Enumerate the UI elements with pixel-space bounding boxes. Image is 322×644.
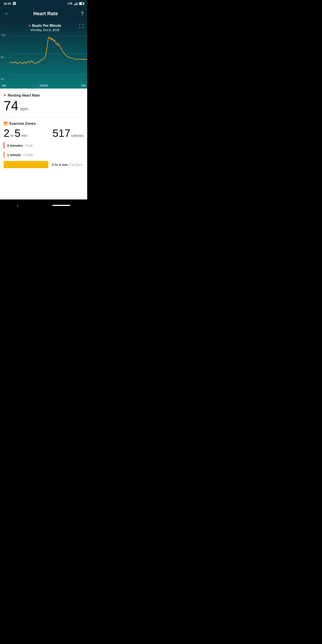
exercise-time: 2 hr 5 min [4, 128, 27, 139]
bottom-spacer [0, 173, 87, 200]
resting-title: Resting Heart Rate [8, 94, 40, 98]
resting-unit: bpm [20, 107, 28, 111]
chart-area: 123 81 40 [0, 34, 87, 83]
peak-value: 0 minutes Peak [7, 144, 33, 147]
y-min: 40 [1, 78, 5, 81]
status-bar: 10:43 🖼 LTE ⚡ [0, 0, 87, 7]
zone-fat-burn: 2 hr 4 min Fat Burn [4, 161, 84, 168]
resting-header: ♥ Resting Heart Rate [4, 93, 84, 98]
cardio-indicator [4, 152, 4, 158]
back-button[interactable]: ← [4, 10, 10, 18]
heart-rate-chart-container: ♥ Beats Per Minute Monday, Oct 8, 2018 ⛶… [0, 21, 87, 88]
exercise-title: Exercise Zones [10, 122, 36, 126]
y-max: 123 [1, 34, 5, 37]
zone-peak: 0 minutes Peak [4, 142, 84, 148]
exercise-stats-row: 2 hr 5 min 517 calories [4, 128, 84, 139]
resting-heart-icon: ♥ [4, 93, 6, 98]
exercise-hours-value: 2 [4, 128, 10, 139]
chart-title: Beats Per Minute [32, 24, 61, 28]
fat-burn-bar [4, 161, 48, 168]
resting-heart-rate-section: ♥ Resting Heart Rate 74 bpm [4, 93, 84, 117]
y-axis: 123 81 40 [1, 34, 5, 83]
chart-header: ♥ Beats Per Minute Monday, Oct 8, 2018 ⛶ [0, 24, 87, 34]
content-area: ♥ Resting Heart Rate 74 bpm Exercise Zon… [0, 88, 87, 173]
chart-title-group: ♥ Beats Per Minute Monday, Oct 8, 2018 [11, 24, 79, 32]
network-label: LTE [68, 2, 72, 5]
page-title: Heart Rate [33, 11, 58, 16]
photo-icon: 🖼 [13, 2, 16, 5]
exercise-zone-icon [4, 122, 8, 126]
calories-unit: calories [71, 134, 84, 138]
zone-cardio: 1 minute Cardio [4, 152, 84, 158]
calories-value: 517 [52, 128, 70, 139]
page-header: ← Heart Rate ? [0, 7, 87, 21]
chart-svg [10, 34, 87, 83]
resting-value-row: 74 bpm [4, 99, 84, 112]
exercise-zones-section: Exercise Zones 2 hr 5 min 517 calories 0… [4, 117, 84, 168]
peak-indicator [4, 142, 4, 148]
cardio-value: 1 minute Cardio [7, 153, 33, 157]
expand-icon[interactable]: ⛶ [79, 24, 84, 29]
exercise-minutes-value: 5 [14, 128, 20, 139]
heart-icon: ♥ [28, 24, 31, 28]
zones-list: 0 minutes Peak 1 minute Cardio 2 hr 4 mi… [4, 142, 84, 168]
navigation-bar: ‹ [0, 200, 87, 212]
exercise-hours-unit: hr [10, 134, 14, 138]
exercise-calories: 517 calories [52, 128, 84, 139]
chart-date: Monday, Oct 8, 2018 [31, 28, 60, 32]
resting-bpm-value: 74 [4, 99, 18, 112]
y-mid: 81 [1, 56, 5, 59]
fat-burn-value: 2 hr 4 min Fat Burn [52, 163, 82, 166]
exercise-header: Exercise Zones [4, 122, 84, 126]
nav-back-button[interactable]: ‹ [17, 203, 18, 208]
status-time: 10:43 [4, 2, 11, 5]
fat-burn-label: Fat Burn [70, 163, 82, 166]
cardio-label: Cardio [23, 153, 33, 157]
help-button[interactable]: ? [81, 11, 84, 16]
home-pill[interactable] [52, 205, 70, 206]
x-axis: AM NOON PM [0, 83, 87, 88]
exercise-minutes-unit: min [22, 134, 27, 138]
battery-icon: ⚡ [79, 2, 84, 5]
x-label-pm: PM [82, 84, 86, 87]
signal-icon [74, 2, 78, 5]
x-label-noon: NOON [40, 84, 48, 87]
x-label-am: AM [2, 84, 6, 87]
peak-label: Peak [25, 144, 33, 147]
